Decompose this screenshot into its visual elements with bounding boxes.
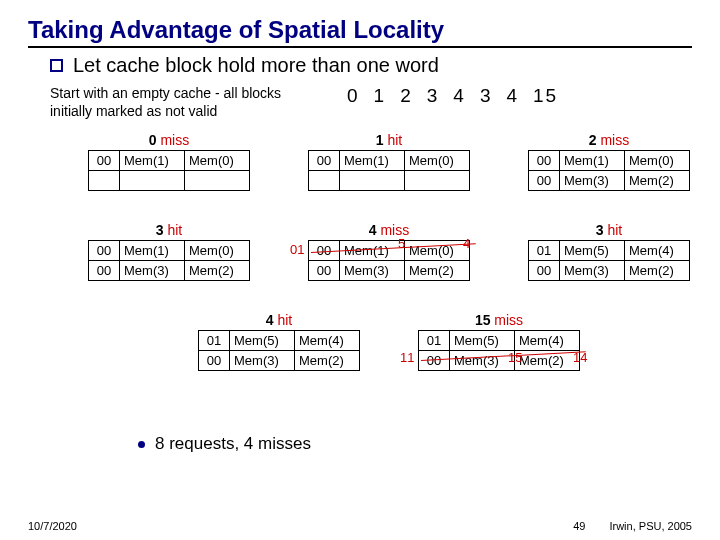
data-cell: Mem(4) (515, 331, 580, 351)
square-bullet-icon (50, 59, 63, 72)
cache-table: 01Mem(5)Mem(4)00Mem(3)Mem(2) (198, 330, 360, 371)
step-label: 4 miss (308, 222, 470, 238)
tag-cell (89, 171, 120, 191)
cache-table: 00Mem(1)Mem(0)00Mem(3)Mem(2) (88, 240, 250, 281)
data-cell: Mem(2) (295, 351, 360, 371)
step-label: 2 miss (528, 132, 690, 148)
step-label: 4 hit (198, 312, 360, 328)
data-cell: Mem(0) (185, 241, 250, 261)
cache-step-s0: 0 miss00Mem(1)Mem(0) (88, 132, 250, 191)
step-label: 15 miss (418, 312, 580, 328)
cache-step-s2: 2 miss00Mem(1)Mem(0)00Mem(3)Mem(2) (528, 132, 690, 191)
cache-step-s5: 3 hit01Mem(5)Mem(4)00Mem(3)Mem(2) (528, 222, 690, 281)
tag-cell: 00 (529, 151, 560, 171)
sequence-value: 2 (400, 85, 413, 106)
data-cell: Mem(1) (120, 241, 185, 261)
tag-cell: 00 (199, 351, 230, 371)
cache-table: 00Mem(1)Mem(0)00Mem(3)Mem(2) (308, 240, 470, 281)
data-cell: Mem(4) (625, 241, 690, 261)
sequence-value: 4 (453, 85, 466, 106)
data-cell (185, 171, 250, 191)
tag-cell: 00 (529, 261, 560, 281)
sequence-value: 3 (427, 85, 440, 106)
data-cell: Mem(5) (450, 331, 515, 351)
data-cell (405, 171, 470, 191)
tag-cell: 00 (89, 241, 120, 261)
tag-cell: 01 (529, 241, 560, 261)
tag-cell: 00 (309, 261, 340, 281)
data-cell: Mem(0) (625, 151, 690, 171)
data-cell: Mem(3) (560, 171, 625, 191)
overlay-new-value: 01 (290, 242, 304, 257)
start-note: Start with an empty cache - all blocks i… (50, 85, 300, 120)
footer-page: 49 (573, 520, 585, 532)
cache-table: 00Mem(1)Mem(0) (308, 150, 470, 191)
footer: 10/7/2020 49 Irwin, PSU, 2005 (28, 520, 692, 532)
tag-cell (309, 171, 340, 191)
step-label: 1 hit (308, 132, 470, 148)
step-label: 3 hit (88, 222, 250, 238)
data-cell: Mem(1) (340, 151, 405, 171)
sequence-value: 15 (533, 85, 558, 106)
bullet-text: Let cache block hold more than one word (73, 54, 439, 77)
access-sequence: 012343415 (340, 85, 565, 107)
data-cell: Mem(1) (560, 151, 625, 171)
cache-step-s1: 1 hit00Mem(1)Mem(0) (308, 132, 470, 191)
tag-cell: 00 (309, 151, 340, 171)
cache-step-s6: 4 hit01Mem(5)Mem(4)00Mem(3)Mem(2) (198, 312, 360, 371)
cache-step-s3: 3 hit00Mem(1)Mem(0)00Mem(3)Mem(2) (88, 222, 250, 281)
footer-date: 10/7/2020 (28, 520, 77, 532)
sequence-value: 3 (480, 85, 493, 106)
data-cell: Mem(0) (185, 151, 250, 171)
data-cell: Mem(2) (185, 261, 250, 281)
sequence-value: 4 (506, 85, 519, 106)
sequence-value: 1 (374, 85, 387, 106)
cache-table: 00Mem(1)Mem(0) (88, 150, 250, 191)
data-cell: Mem(1) (120, 151, 185, 171)
data-cell: Mem(3) (230, 351, 295, 371)
sequence-value: 0 (347, 85, 360, 106)
tag-cell: 00 (89, 261, 120, 281)
step-label: 0 miss (88, 132, 250, 148)
data-cell: Mem(3) (560, 261, 625, 281)
data-cell: Mem(2) (625, 171, 690, 191)
cache-table: 01Mem(5)Mem(4)00Mem(3)Mem(2) (528, 240, 690, 281)
cache-steps-grid: 0 miss00Mem(1)Mem(0)1 hit00Mem(1)Mem(0)2… (28, 132, 692, 432)
dot-bullet-icon (138, 441, 145, 448)
cache-table: 01Mem(5)Mem(4)00Mem(3)Mem(2) (418, 330, 580, 371)
tag-cell: 00 (529, 171, 560, 191)
data-cell: Mem(2) (625, 261, 690, 281)
title-underline (28, 46, 692, 48)
footer-credit: Irwin, PSU, 2005 (609, 520, 692, 532)
step-label: 3 hit (528, 222, 690, 238)
page-title: Taking Advantage of Spatial Locality (28, 16, 692, 44)
data-cell: Mem(4) (295, 331, 360, 351)
overlay-new-value: 11 (400, 350, 414, 365)
cache-table: 00Mem(1)Mem(0)00Mem(3)Mem(2) (528, 150, 690, 191)
tag-cell: 00 (89, 151, 120, 171)
data-cell: Mem(2) (405, 261, 470, 281)
data-cell: Mem(3) (120, 261, 185, 281)
data-cell (340, 171, 405, 191)
tag-cell: 01 (419, 331, 450, 351)
cache-step-s7: 15 miss01Mem(5)Mem(4)00Mem(3)Mem(2)11151… (418, 312, 580, 371)
data-cell: Mem(3) (340, 261, 405, 281)
tag-cell: 01 (199, 331, 230, 351)
summary-text: 8 requests, 4 misses (155, 434, 311, 454)
data-cell (120, 171, 185, 191)
data-cell: Mem(3) (450, 351, 515, 371)
data-cell: Mem(5) (560, 241, 625, 261)
data-cell: Mem(5) (230, 331, 295, 351)
cache-step-s4: 4 miss00Mem(1)Mem(0)00Mem(3)Mem(2)0154 (308, 222, 470, 281)
data-cell: Mem(0) (405, 151, 470, 171)
